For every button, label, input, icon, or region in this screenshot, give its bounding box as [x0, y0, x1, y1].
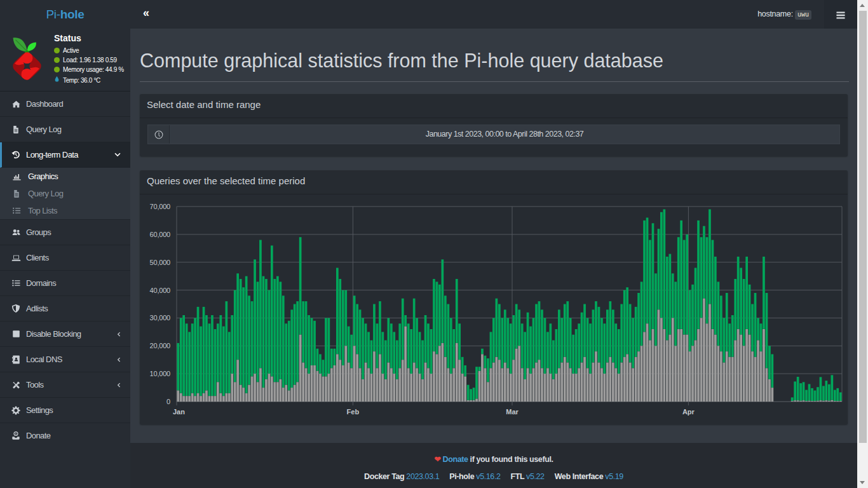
svg-text:Mar: Mar [506, 408, 519, 416]
svg-text:Apr: Apr [682, 408, 695, 416]
svg-text:30,000: 30,000 [150, 314, 171, 322]
svg-text:70,000: 70,000 [150, 203, 171, 210]
svg-text:10,000: 10,000 [150, 370, 171, 377]
svg-text:50,000: 50,000 [150, 259, 171, 266]
svg-text:0: 0 [166, 398, 170, 405]
svg-text:40,000: 40,000 [150, 287, 171, 294]
svg-text:60,000: 60,000 [150, 231, 171, 238]
svg-text:Feb: Feb [347, 408, 360, 416]
svg-text:Jan: Jan [173, 408, 185, 416]
svg-text:20,000: 20,000 [150, 342, 171, 349]
